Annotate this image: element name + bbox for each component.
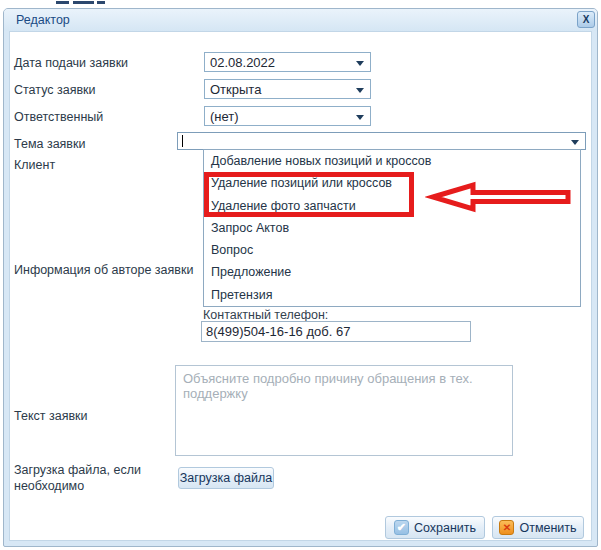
date-combo-value: 02.08.2022 — [210, 55, 275, 70]
date-combo[interactable]: 02.08.2022 — [204, 52, 371, 72]
text-cursor — [182, 135, 183, 147]
chevron-down-icon[interactable] — [356, 88, 364, 93]
screen: Редактор X Дата подачи заявки 02.08.2022… — [0, 0, 601, 550]
responsible-combo[interactable]: (нет) — [204, 106, 371, 126]
status-combo[interactable]: Открыта — [204, 79, 371, 99]
chevron-down-icon[interactable] — [356, 115, 364, 120]
dropdown-item-question[interactable]: Вопрос — [204, 239, 580, 261]
chevron-down-icon[interactable] — [571, 140, 579, 145]
phone-input[interactable] — [201, 321, 471, 342]
dropdown-item-request-acts[interactable]: Запрос Актов — [204, 217, 580, 239]
save-button[interactable]: ✔ Сохранить — [385, 516, 485, 539]
page-behind-fragment — [73, 1, 94, 4]
close-icon: X — [583, 14, 590, 25]
dialog-title: Редактор — [16, 13, 70, 27]
cancel-button[interactable]: ✕ Отменить — [492, 516, 584, 539]
page-behind-fragment — [97, 1, 105, 4]
upload-file-button[interactable]: Загрузка файла — [178, 467, 274, 489]
topic-dropdown-list: Добавление новых позиций и кроссов Удале… — [203, 149, 581, 307]
dropdown-item-delete-photo[interactable]: Удаление фото запчасти — [204, 195, 580, 217]
field-label-responsible: Ответственный — [14, 110, 103, 124]
responsible-combo-value: (нет) — [210, 109, 239, 124]
field-label-topic: Тема заявки — [14, 137, 85, 151]
topic-combo[interactable] — [177, 132, 586, 150]
status-combo-value: Открыта — [210, 82, 261, 97]
upload-button-label: Загрузка файла — [180, 471, 273, 485]
dropdown-item-add-positions[interactable]: Добавление новых позиций и кроссов — [204, 150, 580, 172]
dialog-titlebar — [4, 9, 597, 31]
cancel-button-label: Отменить — [519, 521, 576, 535]
field-label-status: Статус заявки — [14, 83, 96, 97]
dropdown-item-claim[interactable]: Претензия — [204, 284, 580, 306]
check-icon: ✔ — [394, 520, 409, 535]
dropdown-item-delete-positions[interactable]: Удаление позиций или кроссов — [204, 172, 580, 194]
field-label-client: Клиент — [14, 158, 55, 172]
author-section-label: Информация об авторе заявки — [14, 263, 193, 277]
dropdown-item-suggestion[interactable]: Предложение — [204, 261, 580, 283]
close-button[interactable]: X — [577, 11, 595, 28]
request-text-label: Текст заявки — [14, 409, 88, 423]
page-behind-fragment — [56, 1, 69, 4]
cancel-x-icon: ✕ — [499, 520, 514, 535]
chevron-down-icon[interactable] — [356, 61, 364, 66]
save-button-label: Сохранить — [414, 521, 476, 535]
request-textarea[interactable] — [175, 365, 513, 456]
upload-label: Загрузка файла, если необходимо — [14, 462, 166, 494]
phone-label: Контактный телефон: — [203, 308, 328, 322]
field-label-date: Дата подачи заявки — [14, 56, 128, 70]
